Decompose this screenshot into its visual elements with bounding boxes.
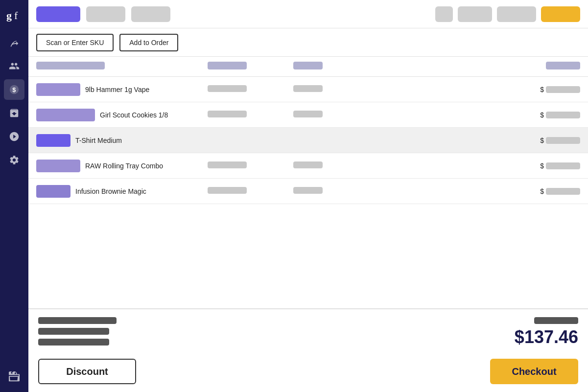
row4-dollar: $	[540, 162, 544, 170]
header-col-price	[546, 62, 580, 69]
product-badge-5	[36, 185, 71, 198]
footer-right-line	[534, 317, 578, 324]
row4-disc	[293, 161, 323, 168]
footer: $137.46 Discount Checkout	[28, 309, 588, 392]
discount-button[interactable]: Discount	[38, 359, 136, 384]
topbar-right-btn-3[interactable]	[497, 6, 536, 22]
topbar-btn-1[interactable]	[36, 6, 80, 22]
svg-text:f: f	[14, 9, 18, 22]
actionbar: Scan or Enter SKU Add to Order	[28, 28, 588, 57]
topbar-right-btn-4[interactable]	[541, 6, 580, 22]
product-badge-3	[36, 134, 71, 147]
header-col-qty	[208, 62, 247, 69]
row1-qty	[208, 85, 247, 92]
footer-line-2	[38, 328, 109, 335]
product-name-5: Infusion Brownie Magic	[75, 187, 146, 195]
sidebar: g f $	[0, 0, 28, 392]
row3-dollar: $	[540, 137, 544, 144]
add-to-order-button[interactable]: Add to Order	[119, 34, 178, 51]
product-badge-1	[36, 83, 80, 96]
footer-summary-left	[38, 317, 117, 346]
sidebar-item-sales[interactable]: $	[4, 79, 24, 100]
table-row[interactable]: Infusion Brownie Magic $	[28, 179, 588, 204]
row1-dollar: $	[540, 86, 544, 93]
row1-disc	[293, 85, 323, 92]
product-name-3: T-Shirt Medium	[75, 137, 122, 144]
table-header	[28, 57, 588, 77]
row5-price	[546, 188, 580, 195]
topbar-right	[435, 6, 580, 22]
product-badge-2	[36, 109, 95, 121]
topbar-btn-2[interactable]	[86, 6, 125, 22]
table-row[interactable]: Girl Scout Cookies 1/8 $	[28, 102, 588, 128]
row5-qty	[208, 187, 247, 194]
order-table: 9lb Hammer 1g Vape $ Girl Scout Cookies …	[28, 57, 588, 309]
table-row[interactable]: T-Shirt Medium $	[28, 128, 588, 153]
logo[interactable]: g f	[4, 5, 24, 25]
table-row[interactable]: RAW Rolling Tray Combo $	[28, 153, 588, 179]
sidebar-item-loyalty[interactable]	[4, 367, 24, 387]
footer-line-1	[38, 317, 117, 324]
topbar	[28, 0, 588, 28]
row4-qty	[208, 161, 247, 168]
product-name-1: 9lb Hammer 1g Vape	[85, 86, 149, 93]
footer-summary-right: $137.46	[515, 317, 578, 347]
checkout-button[interactable]: Checkout	[490, 359, 578, 384]
footer-bottom: Discount Checkout	[38, 359, 578, 384]
topbar-right-btn-1[interactable]	[435, 6, 453, 22]
row2-price	[546, 112, 580, 118]
footer-line-3	[38, 339, 109, 346]
row2-qty	[208, 111, 247, 117]
sidebar-item-settings[interactable]	[4, 150, 24, 170]
svg-text:g: g	[6, 9, 12, 22]
sidebar-item-users[interactable]	[4, 56, 24, 76]
scan-sku-button[interactable]: Scan or Enter SKU	[36, 34, 114, 51]
row3-price	[546, 137, 580, 144]
product-badge-4	[36, 160, 80, 172]
row4-price	[546, 162, 580, 169]
sidebar-item-plant[interactable]	[4, 32, 24, 53]
footer-top: $137.46	[38, 317, 578, 347]
header-col-discount	[293, 62, 323, 69]
product-name-2: Girl Scout Cookies 1/8	[100, 111, 168, 119]
sidebar-item-inventory[interactable]	[4, 103, 24, 123]
main-content: Scan or Enter SKU Add to Order 9lb H	[28, 0, 588, 392]
total-amount: $137.46	[515, 327, 578, 347]
row2-disc	[293, 111, 323, 117]
table-row[interactable]: 9lb Hammer 1g Vape $	[28, 77, 588, 102]
topbar-right-btn-2[interactable]	[458, 6, 492, 22]
row1-price	[546, 86, 580, 93]
row2-dollar: $	[540, 111, 544, 119]
header-col-product	[36, 62, 105, 69]
row5-disc	[293, 187, 323, 194]
product-name-4: RAW Rolling Tray Combo	[85, 162, 163, 170]
topbar-btn-3[interactable]	[131, 6, 170, 22]
sidebar-item-reports[interactable]	[4, 126, 24, 147]
row5-dollar: $	[540, 187, 544, 195]
svg-text:$: $	[12, 86, 16, 93]
